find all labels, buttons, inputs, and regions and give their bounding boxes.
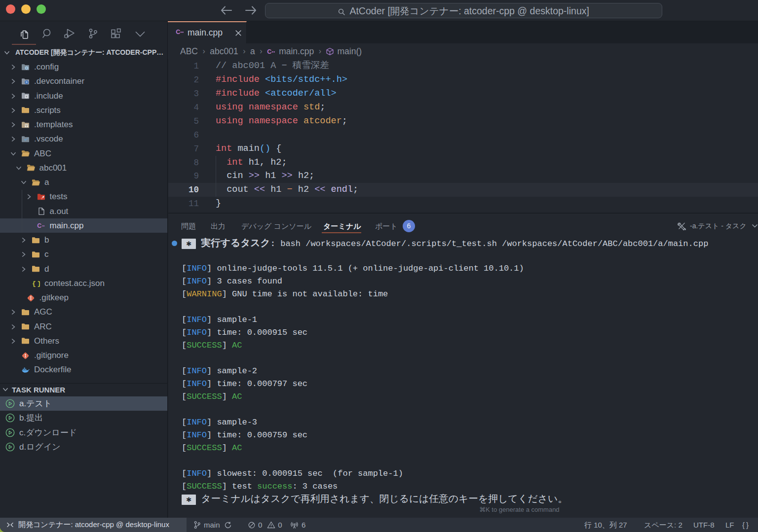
svg-text:C: C bbox=[37, 222, 41, 229]
svg-text:C: C bbox=[267, 48, 271, 55]
svg-text:{ }: { } bbox=[32, 281, 40, 288]
svg-text:C: C bbox=[176, 29, 180, 35]
